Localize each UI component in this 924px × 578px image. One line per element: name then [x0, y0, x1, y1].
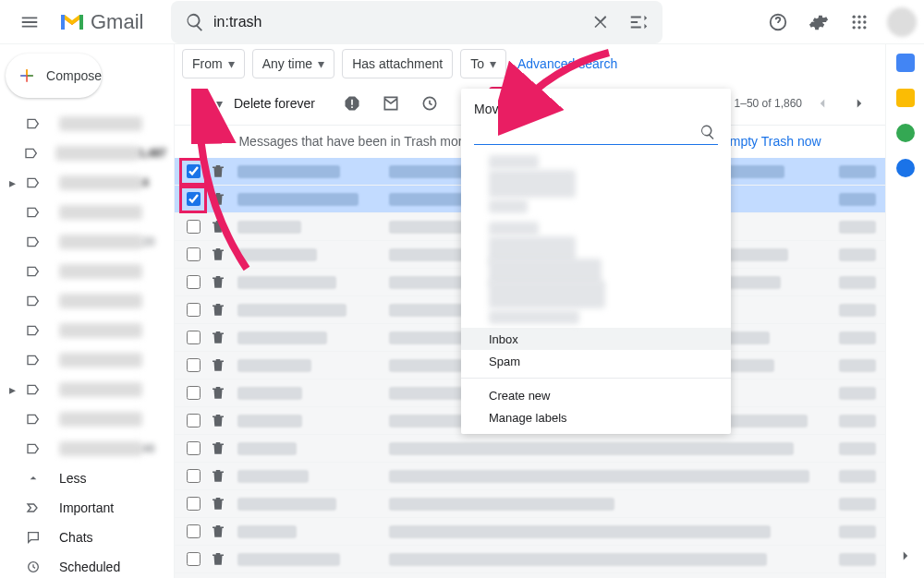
account-avatar[interactable] — [887, 7, 917, 37]
row-sender — [237, 165, 376, 178]
sidebar-label[interactable]: Label D — [0, 286, 174, 316]
trash-icon — [210, 523, 228, 541]
row-checkbox[interactable] — [184, 356, 202, 375]
row-sender — [237, 221, 376, 234]
row-checkbox[interactable] — [184, 550, 202, 569]
sidebar-label[interactable]: ▸Jobs4 — [0, 168, 174, 198]
pager-prev-button[interactable] — [806, 87, 839, 120]
message-row[interactable] — [175, 463, 885, 490]
row-checkbox[interactable] — [184, 467, 202, 486]
popover-option[interactable]: Misc folder items — [461, 306, 731, 328]
search-input[interactable] — [213, 14, 583, 30]
popover-option-spam[interactable]: Spam — [461, 350, 731, 372]
sidebar-label[interactable]: Label E — [0, 316, 174, 345]
contacts-addon-button[interactable] — [896, 159, 915, 177]
search-options-button[interactable] — [620, 4, 657, 41]
chevron-down-icon[interactable]: ▾ — [216, 96, 223, 111]
filter-from[interactable]: From▾ — [182, 49, 245, 78]
gmail-logo[interactable]: Gmail — [52, 4, 152, 41]
compose-plus-icon — [18, 65, 35, 87]
select-all-checkbox[interactable]: ▾ — [184, 87, 217, 120]
sidebar-label[interactable]: Google — [0, 109, 174, 138]
filter-any-time[interactable]: Any time▾ — [252, 49, 334, 78]
compose-button[interactable]: Compose — [6, 54, 102, 98]
message-row[interactable] — [175, 490, 885, 518]
message-row[interactable] — [175, 435, 885, 463]
calendar-addon-button[interactable] — [896, 54, 915, 72]
row-checkbox[interactable] — [184, 440, 202, 458]
row-date — [839, 442, 876, 455]
row-checkbox[interactable] — [184, 246, 202, 264]
filter-to[interactable]: To▾ — [460, 49, 506, 78]
sidebar-item-label: Scheduled — [59, 560, 163, 574]
support-button[interactable] — [760, 4, 796, 41]
side-panel — [885, 44, 924, 578]
row-checkbox[interactable] — [184, 523, 202, 541]
pager-next-button[interactable] — [843, 87, 876, 120]
popover-option-inbox[interactable]: Inbox — [461, 328, 731, 350]
sidebar-label[interactable]: Label F — [0, 345, 174, 375]
row-checkbox[interactable] — [184, 412, 202, 430]
row-checkbox[interactable] — [184, 190, 202, 209]
sidebar: Compose GoogleIndeed1,487▸Jobs4Label ALa… — [0, 44, 174, 578]
advanced-search-link[interactable]: Advanced search — [517, 56, 617, 71]
trash-icon — [210, 163, 228, 181]
sidebar-label[interactable]: Label A — [0, 198, 174, 227]
sidebar-item-label: Label C — [59, 264, 142, 279]
sidebar-label[interactable]: ▸Label G — [0, 375, 174, 404]
popover-option[interactable]: Forwarded automated mail — [461, 283, 731, 306]
keep-addon-button[interactable] — [896, 89, 915, 107]
label-icon — [24, 410, 43, 428]
row-checkbox[interactable] — [184, 273, 202, 292]
apps-button[interactable] — [841, 4, 878, 41]
sidebar-scheduled[interactable]: Scheduled — [0, 552, 174, 578]
mark-unread-button[interactable] — [372, 85, 409, 122]
sidebar-less[interactable]: Less — [0, 464, 174, 493]
svg-point-6 — [863, 20, 866, 23]
message-row[interactable] — [175, 573, 885, 578]
row-checkbox[interactable] — [184, 495, 202, 513]
row-checkbox[interactable] — [184, 301, 202, 319]
expand-icon[interactable]: ▸ — [4, 381, 20, 398]
row-date — [839, 387, 876, 400]
row-checkbox[interactable] — [184, 218, 202, 236]
popover-option[interactable]: Updates and news — [461, 173, 731, 195]
popover-title: Move to: — [461, 98, 731, 122]
sidebar-label[interactable]: Label H — [0, 404, 174, 434]
sidebar-item-label: Label D — [59, 294, 142, 308]
row-checkbox[interactable] — [184, 384, 202, 403]
sidebar-chats[interactable]: Chats — [0, 523, 174, 552]
message-row[interactable] — [175, 546, 885, 573]
trash-icon — [210, 412, 228, 430]
popover-option[interactable]: Tag — [461, 195, 731, 217]
expand-icon[interactable]: ▸ — [4, 175, 20, 191]
delete-forever-button[interactable]: Delete forever — [234, 96, 315, 111]
label-icon — [24, 262, 43, 281]
row-date — [839, 331, 876, 344]
message-row[interactable] — [175, 518, 885, 546]
popover-create-new[interactable]: Create new — [461, 384, 731, 406]
sidebar-label[interactable]: Label I48 — [0, 434, 174, 464]
sidebar-label[interactable]: Label B20 — [0, 227, 174, 257]
svg-point-2 — [857, 15, 860, 18]
popover-manage-labels[interactable]: Manage labels — [461, 406, 731, 428]
snooze-button[interactable] — [411, 85, 448, 122]
sidebar-important[interactable]: Important — [0, 493, 174, 523]
row-checkbox[interactable] — [184, 163, 202, 181]
filter-has-attachment[interactable]: Has attachment — [342, 49, 453, 78]
clear-search-button[interactable] — [583, 4, 620, 41]
empty-trash-link[interactable]: Empty Trash now — [721, 134, 821, 149]
tasks-addon-button[interactable] — [896, 124, 915, 142]
popover-search-input[interactable] — [474, 122, 699, 144]
row-sender — [237, 331, 376, 344]
search-icon[interactable] — [176, 4, 213, 41]
sidebar-item-label: Label F — [59, 353, 142, 367]
side-panel-toggle[interactable] — [889, 539, 922, 572]
sidebar-label[interactable]: Indeed1,487 — [0, 138, 174, 168]
row-date — [839, 165, 876, 178]
main-menu-button[interactable] — [7, 0, 52, 44]
report-spam-button[interactable] — [334, 85, 371, 122]
row-checkbox[interactable] — [184, 329, 202, 347]
settings-button[interactable] — [800, 4, 837, 41]
sidebar-label[interactable]: Label C — [0, 257, 174, 286]
